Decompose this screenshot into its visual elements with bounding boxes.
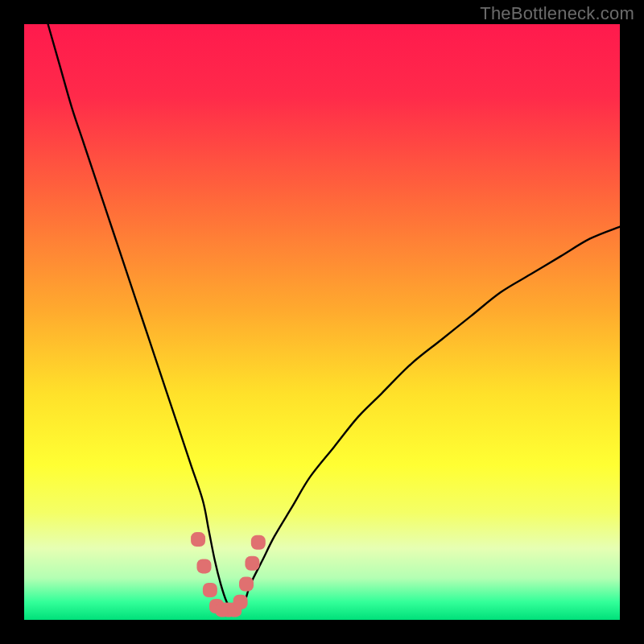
chart-frame: TheBottleneck.com	[0, 0, 644, 644]
trough-marker	[203, 583, 217, 597]
trough-marker	[233, 595, 248, 609]
trough-marker	[245, 556, 259, 571]
trough-marker	[251, 535, 266, 550]
trough-marker	[196, 559, 211, 573]
trough-marker	[191, 532, 205, 547]
bottleneck-chart	[0, 0, 644, 644]
plot-area	[24, 24, 620, 620]
trough-marker	[239, 577, 254, 592]
